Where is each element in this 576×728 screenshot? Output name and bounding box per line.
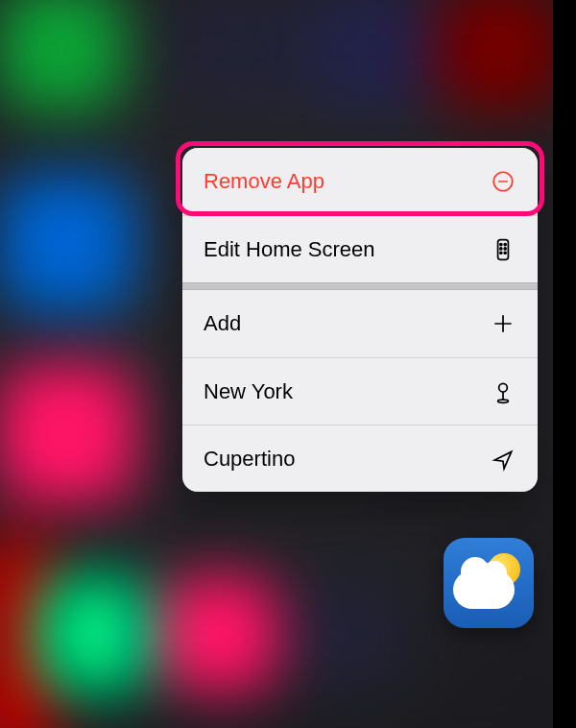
svg-point-8	[504, 252, 506, 254]
phone-grid-icon	[490, 236, 516, 263]
menu-item-new-york[interactable]: New York	[182, 357, 538, 425]
menu-item-remove-app[interactable]: Remove App	[182, 148, 538, 215]
menu-item-label: Add	[204, 311, 241, 336]
menu-item-label: Remove App	[204, 169, 324, 194]
plus-icon	[490, 310, 516, 337]
menu-item-label: Cupertino	[204, 447, 295, 472]
menu-separator	[182, 282, 538, 290]
svg-point-4	[504, 243, 506, 245]
svg-point-13	[498, 400, 509, 402]
frame-edge	[553, 0, 576, 728]
menu-item-cupertino[interactable]: Cupertino	[182, 425, 538, 492]
pin-icon	[490, 378, 516, 405]
svg-point-11	[499, 383, 508, 392]
menu-item-add[interactable]: Add	[182, 290, 538, 357]
svg-point-7	[500, 252, 502, 254]
menu-item-edit-home-screen[interactable]: Edit Home Screen	[182, 215, 538, 282]
svg-point-3	[500, 243, 502, 245]
svg-point-6	[504, 247, 506, 249]
location-arrow-icon	[490, 446, 516, 473]
cloud-icon	[453, 570, 515, 609]
context-menu: Remove App Edit Home Screen Add New York	[182, 148, 538, 492]
weather-app-icon[interactable]	[444, 538, 534, 628]
remove-icon	[490, 168, 516, 195]
menu-item-label: New York	[204, 379, 293, 404]
svg-rect-2	[498, 239, 509, 259]
menu-item-label: Edit Home Screen	[204, 237, 375, 262]
svg-point-5	[500, 247, 502, 249]
